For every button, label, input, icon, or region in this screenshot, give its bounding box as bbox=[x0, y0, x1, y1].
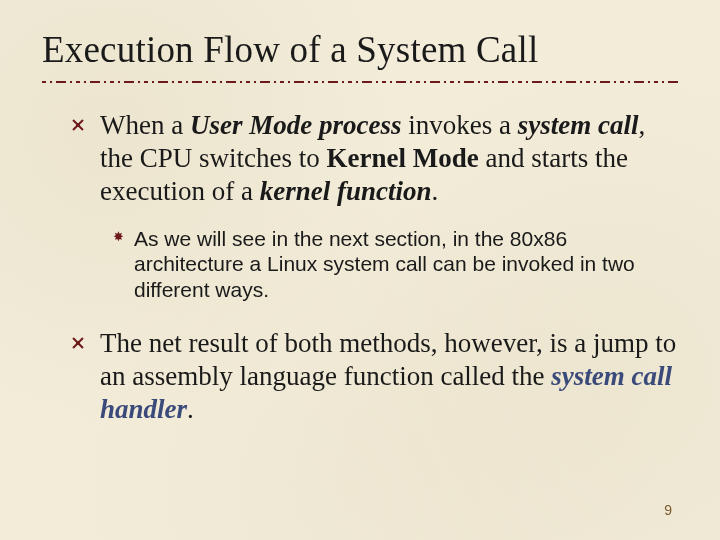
text-run: kernel function bbox=[260, 176, 432, 206]
cross-bullet-icon bbox=[70, 117, 86, 133]
text-run: . bbox=[431, 176, 438, 206]
bullet-text: The net result of both methods, however,… bbox=[100, 327, 678, 426]
star-bullet-icon: ✸ bbox=[112, 231, 124, 243]
slide: Execution Flow of a System Call When a U… bbox=[0, 0, 720, 540]
cross-bullet-icon bbox=[70, 335, 86, 351]
text-run: When a bbox=[100, 110, 190, 140]
title-divider bbox=[42, 81, 682, 83]
bullet-text: As we will see in the next section, in t… bbox=[134, 226, 664, 303]
text-run: As we will see in the next section, in t… bbox=[134, 227, 635, 301]
bullet-item-l1: The net result of both methods, however,… bbox=[70, 327, 678, 426]
text-run: . bbox=[187, 394, 194, 424]
bullet-item-l1: When a User Mode process invokes a syste… bbox=[70, 109, 678, 208]
text-run: User Mode process bbox=[190, 110, 401, 140]
slide-body: When a User Mode process invokes a syste… bbox=[42, 109, 678, 425]
bullet-text: When a User Mode process invokes a syste… bbox=[100, 109, 678, 208]
slide-title: Execution Flow of a System Call bbox=[42, 28, 678, 71]
text-run: Kernel Mode bbox=[327, 143, 479, 173]
text-run: invokes a bbox=[401, 110, 517, 140]
page-number: 9 bbox=[664, 502, 672, 518]
text-run: system call bbox=[518, 110, 639, 140]
bullet-item-l2: ✸As we will see in the next section, in … bbox=[112, 226, 678, 303]
